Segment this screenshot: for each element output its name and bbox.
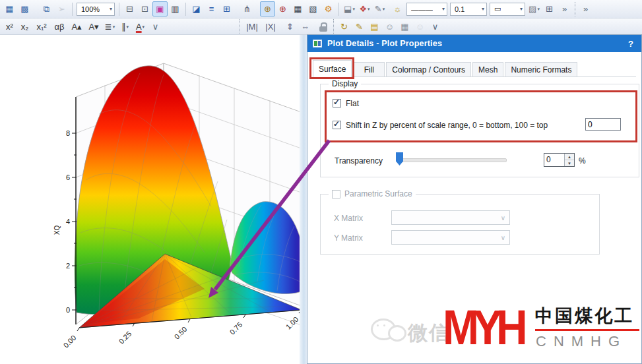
table-icon[interactable]: ▦ [290,1,305,16]
slideshow-icon[interactable]: ⊡ [137,1,152,16]
lock-icon[interactable] [315,19,331,34]
axis-tick-label: 0.75 [228,320,244,336]
parametric-legend: Parametric Surface [344,189,412,198]
display-legend: Display [329,79,361,88]
chevron-down-icon: ▾ [107,6,112,12]
columns-icon[interactable]: ∥▾ [117,19,133,34]
bulb-icon[interactable]: ☼ [390,1,405,16]
expand-cols-icon[interactable]: ⇔ [298,19,313,34]
transparency-spinbox[interactable]: 0 ▲▼ [544,153,575,167]
shift-z-label: Shift in Z by percent of scale range, 0 … [346,121,548,130]
company-name-cn: 中国煤化工 [535,304,634,328]
db-open-icon[interactable]: ▤ [367,19,382,34]
fill-color-icon[interactable]: ⬓▾ [342,1,357,16]
align-icon[interactable]: ≣▾ [102,19,117,34]
user-disabled-icon: ☺ [412,19,428,34]
active-window-icon[interactable]: ▣ [152,1,168,16]
separator [338,3,339,16]
layers-icon[interactable]: ≡ [204,1,219,16]
new-sheet-icon[interactable]: ▦ [2,1,17,16]
chevron-down-icon: ▾ [439,6,445,12]
line-style-combo[interactable]: ———▾ [406,3,447,16]
panel-icon[interactable]: ⊞ [219,1,234,16]
greek-icon[interactable]: αβ [51,19,68,34]
print-icon[interactable]: ⊟ [122,1,137,16]
new-matrix-icon[interactable]: ▩ [17,1,32,16]
expand-rows-icon[interactable]: ⇕ [282,19,298,34]
gear-icon[interactable]: ⚙ [321,1,336,16]
flowchart-icon[interactable]: ⋔ [240,1,255,16]
origin-app-window: ▦▩⧉➢100%▾⊟⊡▣▥◪≡⊞⋔⊕⊕▦▧⚙⬓▾❖▾✎▾☼———▾0.1▾▭▾▨… [0,0,642,364]
chevron-down-icon: ▾ [143,24,145,29]
style-pencil-icon[interactable]: ✎▾ [372,1,387,16]
palette-icon[interactable]: ❖▾ [357,1,372,16]
logo-divider [535,329,639,331]
table-edit-icon[interactable]: ▧ [305,1,321,16]
duplicate-icon[interactable]: ⧉ [39,1,54,16]
font-up-icon[interactable]: A▴ [68,19,85,34]
company-name-en: CNMHG [536,333,627,350]
toolbar-row-2: x²x₂x₁²αβA▴A▾≣▾∥▾A▾∨|M||X|⇕⇔↻✎▤☺▦☺∨ [0,18,642,35]
film-icon[interactable]: ▥ [168,1,183,16]
axis-tick-label: 0.25 [117,330,133,346]
x-matrix-dropdown[interactable]: ∨ [391,210,510,225]
flat-checkbox[interactable] [333,99,341,107]
zoom-page-icon[interactable]: ⊕ [260,1,275,16]
font-color-icon[interactable]: A▾ [133,19,148,34]
y-matrix-dropdown[interactable]: ∨ [391,230,510,245]
tab-surface[interactable]: Surface [313,60,352,77]
db-refresh-icon[interactable]: ↻ [337,19,352,34]
axis-tick-label: 0 [66,306,70,314]
matrix-m-icon[interactable]: |M| [243,19,261,34]
line-width-combo[interactable]: 0.1▾ [450,3,487,16]
superscript-icon[interactable]: x² [2,19,17,34]
tab-fill[interactable]: Fill [353,62,385,76]
dialog-titlebar[interactable]: Plot Details - Plot Properties ? [307,35,641,52]
separator [72,3,73,16]
add-org-icon[interactable]: ▦ [397,19,412,34]
x-matrix-label: X Matrix [334,214,363,223]
chevron-down-icon: ∨ [501,234,505,241]
tab-mesh[interactable]: Mesh [472,62,503,76]
y-matrix-label: Y Matrix [334,233,363,243]
row2-overflow-icon[interactable]: ∨ [428,19,443,34]
shift-z-checkbox[interactable] [333,121,341,129]
spin-down-icon[interactable]: ▼ [565,160,574,166]
merge-table-icon[interactable]: ⊞ [542,1,557,16]
subsuperscript-icon[interactable]: x₁² [32,19,51,34]
company-logo: MYH [443,303,522,351]
wechat-icon [371,316,405,346]
parametric-checkbox[interactable] [332,190,340,198]
zoom-in-icon[interactable]: ⊕ [275,1,290,16]
axis-tick-label: 8 [66,129,70,137]
box-style-combo[interactable]: ▭▾ [490,3,525,16]
chevron-down-icon: ▾ [537,7,540,11]
subscript-icon[interactable]: x₂ [17,19,32,34]
chevron-down-icon: ▾ [368,7,370,11]
transparency-value[interactable]: 0 [544,154,564,166]
font-down-icon[interactable]: A▾ [85,19,102,34]
draw-icon[interactable]: ◪ [189,1,204,16]
tab-colormap-contours[interactable]: Colormap / Contours [386,62,471,76]
tab-numeric-formats[interactable]: Numeric Formats [505,62,577,76]
graph-window[interactable]: 864200.000.250.500.751.00XQ [0,35,300,364]
db-edit-icon[interactable]: ✎ [352,19,367,34]
row-overflow-icon[interactable]: ∨ [148,19,163,34]
zoom-combo[interactable]: 100%▾ [77,3,115,16]
shift-z-input[interactable] [585,118,621,131]
axis-tick-label: 2 [66,262,70,270]
transparency-slider-track[interactable] [397,158,507,162]
spin-up-icon[interactable]: ▲ [565,154,574,160]
help-button[interactable]: ? [628,39,633,49]
toolbar-overflow2-icon[interactable]: » [578,1,593,16]
separator [333,19,334,34]
chevron-down-icon: ▾ [517,6,523,12]
matrix-x-icon[interactable]: |X| [261,19,280,34]
chevron-down-icon: ▾ [383,7,385,11]
toolbar-overflow-icon[interactable]: » [557,1,572,16]
graph-3d-surface: 864200.000.250.500.751.00XQ [0,35,300,364]
hatch-icon[interactable]: ▨▾ [527,1,542,16]
add-user-icon[interactable]: ☺ [382,19,397,34]
transparency-label: Transparency [335,156,383,166]
chevron-down-icon: ▾ [113,24,115,29]
